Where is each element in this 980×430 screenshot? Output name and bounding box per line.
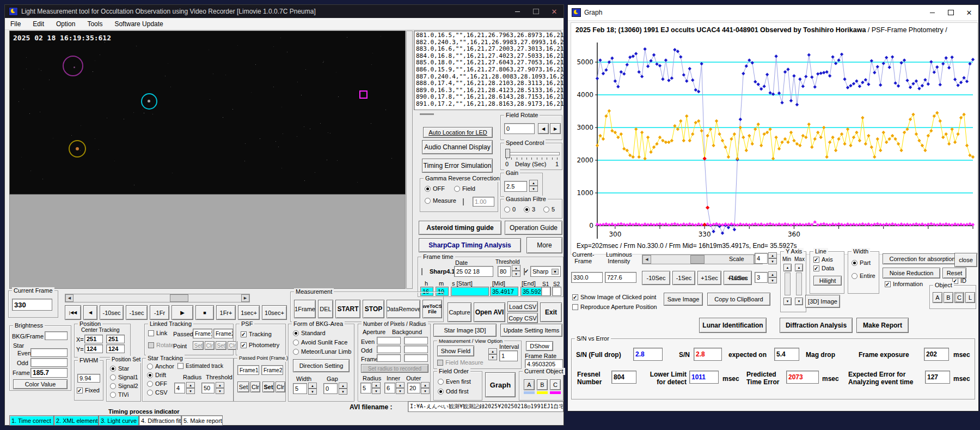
make-report-button[interactable]: Make Report: [856, 318, 909, 333]
graph-radius-field[interactable]: 3: [755, 272, 768, 283]
graph-scrollbar[interactable]: ◀ ▶: [642, 255, 763, 264]
odd-first-radio[interactable]: Odd first: [438, 388, 469, 395]
exit-button[interactable]: Exit: [540, 302, 562, 322]
tracking-radius-spinner[interactable]: [186, 382, 195, 394]
lunar-identification-button[interactable]: Lunar Identification: [699, 318, 767, 333]
speed-slider-thumb[interactable]: [505, 149, 510, 158]
graph-current-frame-field[interactable]: 330.0: [571, 272, 603, 283]
gamma-value-field[interactable]: 1.00: [473, 197, 494, 207]
linked-set1-button[interactable]: Set: [193, 341, 204, 350]
interval-field[interactable]: 1: [499, 350, 518, 361]
s1-field[interactable]: [541, 287, 550, 296]
plus-1frame-button[interactable]: 1Fr+: [216, 305, 236, 320]
plus-1sec-button[interactable]: 1sec+: [238, 305, 260, 320]
gamma-off-radio[interactable]: OFF: [425, 185, 445, 192]
gaussian-0-radio[interactable]: 0: [504, 206, 516, 213]
y-max-down-icon[interactable]: ▼: [795, 298, 803, 305]
measurement-data-list[interactable]: 881.0,16.5,"",16,21,26.7963,26.8973,16,2…: [414, 31, 561, 110]
frame-scrollbar-thumb[interactable]: [170, 294, 188, 302]
frame-exposure-field[interactable]: 202: [924, 348, 949, 361]
aperture-circle-purple[interactable]: [63, 56, 83, 76]
outer-spinner[interactable]: [421, 382, 430, 394]
pos-set-signal2-radio[interactable]: Signal2: [110, 383, 138, 389]
graph-scrollbar-thumb[interactable]: [690, 255, 705, 264]
background-even-field[interactable]: [404, 337, 428, 344]
tab-make-report[interactable]: 5. Make report: [181, 415, 223, 426]
menu-edit[interactable]: Edit: [33, 20, 44, 28]
light-curve-chart[interactable]: 2025 Feb 18; (13060) 1991 EJ occults UCA…: [571, 22, 978, 255]
linked-clr1-button[interactable]: Clr: [205, 341, 215, 350]
minus-1sec-graph-button[interactable]: -1Sec: [672, 271, 695, 285]
start-field[interactable]: [451, 287, 489, 296]
passed-clr2-button[interactable]: Clr: [275, 381, 285, 392]
close-graph-button[interactable]: close: [954, 253, 977, 267]
minimize-icon[interactable]: [508, 5, 526, 18]
one-frame-button[interactable]: 1Frame: [294, 300, 316, 318]
sharp-mode-checkbox[interactable]: [524, 268, 525, 275]
maximize-icon[interactable]: [526, 5, 545, 18]
y-min-slider[interactable]: [785, 272, 791, 295]
close-icon[interactable]: ✕: [960, 5, 978, 20]
luminous-intensity-field[interactable]: 727.6: [605, 272, 636, 283]
pos-set-tivi-radio[interactable]: TIVi: [110, 391, 128, 398]
object-c-button[interactable]: C: [550, 379, 561, 390]
id-checkbox[interactable]: ID: [952, 277, 966, 284]
bkg-avoid-sunlit-radio[interactable]: Avoid Sunlit Face: [293, 339, 347, 346]
bkg-standard-radio[interactable]: Standard: [293, 330, 326, 336]
radius-field[interactable]: 5: [360, 383, 371, 393]
background-frame-field[interactable]: [404, 354, 428, 362]
speed-slider-track[interactable]: [505, 152, 560, 155]
graph-object-b-button[interactable]: B: [944, 292, 953, 303]
lower-limit-field[interactable]: 1011: [689, 371, 719, 384]
graph-object-c-button[interactable]: C: [954, 292, 964, 303]
outer-field[interactable]: 20: [407, 383, 420, 393]
scale-field[interactable]: 4: [755, 253, 768, 264]
sn-field[interactable]: 2.8: [694, 348, 722, 361]
gamma-field-radio[interactable]: Field: [454, 185, 475, 192]
field-rotate-input[interactable]: 0: [504, 123, 535, 134]
sharp-checkbox[interactable]: [421, 268, 422, 275]
psf-photometry-checkbox[interactable]: Photometry: [241, 342, 279, 348]
skip-start-button[interactable]: |◀◀: [65, 305, 81, 320]
estimated-track-checkbox[interactable]: Estimated track: [177, 363, 223, 369]
bkg-meteor-limb-radio[interactable]: Meteor/Lunar Limb: [293, 348, 351, 355]
save-image-button[interactable]: Save Image: [664, 293, 703, 306]
psf-tracking-checkbox[interactable]: Tracking: [241, 331, 272, 337]
fresnel-number-field[interactable]: 804: [611, 371, 636, 384]
minimize-icon[interactable]: [923, 5, 941, 20]
anchor-radio[interactable]: Anchor: [147, 363, 174, 370]
gaussian-5-radio[interactable]: 5: [543, 206, 555, 213]
predicted-time-error-field[interactable]: 2073: [786, 371, 819, 384]
graph-object-a-button[interactable]: A: [933, 292, 942, 303]
threshold-field[interactable]: 80: [498, 266, 511, 277]
link-checkbox[interactable]: Link: [148, 330, 167, 336]
line-axis-checkbox[interactable]: Axis: [813, 256, 833, 263]
tracking-threshold-spinner[interactable]: [216, 382, 224, 394]
plus-1sec-graph-button[interactable]: +1Sec: [697, 271, 721, 285]
field-rotate-left-icon[interactable]: ◀: [538, 123, 549, 134]
mid-field[interactable]: 35.4917: [490, 287, 518, 296]
reproduce-aperture-checkbox[interactable]: Reproduce Aperture Position: [572, 304, 657, 310]
inner-spinner[interactable]: [396, 382, 405, 394]
s2-field[interactable]: [552, 287, 561, 296]
avi-filename-field[interactable]: I:¥A-えんぺい観測¥観測記録2025¥20250218◎1991EJ1自宅¥…: [408, 401, 564, 412]
chart-plot-area[interactable]: 500040003000200010000300330360: [572, 37, 975, 240]
scale-spinner[interactable]: [768, 252, 777, 264]
graph-titlebar[interactable]: Graph ✕: [568, 5, 978, 21]
plus-10sec-button[interactable]: 10sec+: [262, 305, 287, 320]
play-button[interactable]: ▶: [171, 305, 193, 320]
object-b-button[interactable]: B: [537, 379, 548, 390]
image-3d-button[interactable]: [3D] Image: [805, 295, 840, 308]
odd-field[interactable]: [30, 358, 68, 367]
y-min-up-icon[interactable]: ▲: [783, 264, 792, 271]
field-measure-checkbox[interactable]: Field Measure: [437, 359, 483, 366]
menu-option[interactable]: Option: [56, 20, 75, 28]
tracking-y-field[interactable]: 124: [106, 344, 125, 353]
expected-error-field[interactable]: 127: [925, 371, 950, 384]
current-frame-field[interactable]: 330: [12, 299, 52, 311]
linked-frame1-field[interactable]: Frame1: [193, 329, 212, 338]
aperture-frame-field[interactable]: [377, 354, 401, 362]
object-a-button[interactable]: A: [524, 379, 535, 390]
hilight-button[interactable]: Hilight: [813, 276, 842, 286]
copy-csv-button[interactable]: Copy CSV: [507, 313, 538, 323]
